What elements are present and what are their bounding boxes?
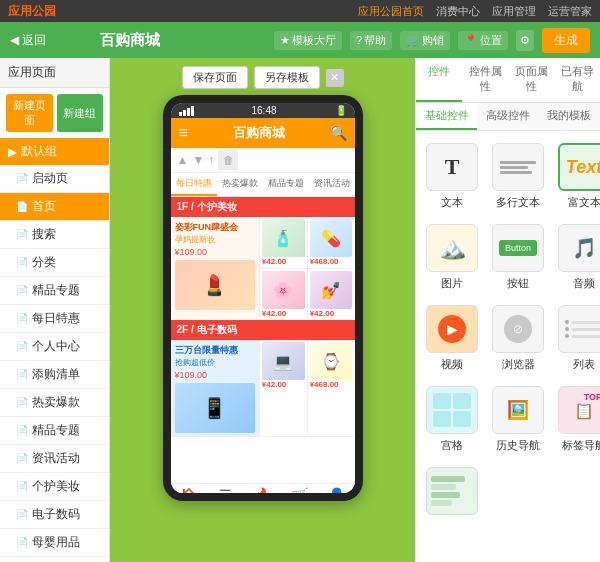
widget-audio[interactable]: 🎵 音频: [554, 220, 600, 295]
widget-grid-widget[interactable]: 宫格: [422, 382, 482, 457]
tab-nav[interactable]: 已有导航: [554, 58, 600, 102]
sidebar-item-baby[interactable]: 📄 母婴用品: [0, 529, 109, 557]
bottom-nav-profile[interactable]: 👤 我的: [318, 487, 355, 493]
sidebar-item-search[interactable]: 📄 搜索: [0, 221, 109, 249]
widget-multitext[interactable]: 多行文本: [488, 139, 548, 214]
nav-link-home[interactable]: 应用公园首页: [358, 4, 424, 19]
product-item[interactable]: 🧴 ¥42.00: [259, 217, 307, 269]
tab-news[interactable]: 资讯活动: [309, 173, 355, 196]
template-hall-btn[interactable]: ★ 模板大厅: [274, 31, 342, 50]
nav-link-consumer[interactable]: 消费中心: [436, 4, 480, 19]
widget-list[interactable]: 列表: [554, 301, 600, 376]
sidebar-item-cart[interactable]: 📄 添购清单: [0, 361, 109, 389]
section2-products: 💻 ¥42.00 ⌚ ¥468.00: [259, 340, 355, 437]
widget-browser[interactable]: ⊘ 浏览器: [488, 301, 548, 376]
sidebar-item-label: 添购清单: [32, 366, 80, 383]
save-page-button[interactable]: 保存页面: [182, 66, 248, 89]
tab-widgets[interactable]: 控件: [416, 58, 462, 102]
widget-image[interactable]: 🏔️ 图片: [422, 220, 482, 295]
generate-button[interactable]: 生成: [542, 28, 590, 53]
product-item[interactable]: ⌚ ¥468.00: [307, 340, 355, 437]
sidebar-item-label: 精品专题: [32, 422, 80, 439]
save-template-button[interactable]: 另存模板: [254, 66, 320, 89]
menu-icon: ≡: [179, 124, 188, 142]
top-icon[interactable]: ↑: [208, 153, 214, 167]
sidebar-item-news[interactable]: 📄 资讯活动: [0, 445, 109, 473]
widget-album[interactable]: 🖼️ 历史导航: [488, 382, 548, 457]
main-layout: 应用页面 新建页面 新建组 ▶ 默认组 📄 启动页 📄 首页 📄 搜索 📄 分类…: [0, 58, 600, 562]
top-nav-left: 应用公园: [8, 3, 56, 20]
sidebar-item-category[interactable]: 📄 分类: [0, 249, 109, 277]
bottom-nav-discover[interactable]: 🔥 发现: [244, 487, 281, 493]
phone-category-bar: 每日特惠 热卖爆款 精品专题 资讯活动: [171, 173, 355, 197]
widget-button[interactable]: Button 按钮: [488, 220, 548, 295]
product-item[interactable]: 💻 ¥42.00: [259, 340, 307, 437]
settings-btn[interactable]: ⚙: [516, 30, 534, 51]
close-button[interactable]: ✕: [326, 69, 344, 87]
right-panel: 控件 控件属性 页面属性 已有导航 基础控件 高级控件 我的模板 T 文本: [415, 58, 600, 562]
widget-video[interactable]: ▶ 视频: [422, 301, 482, 376]
center-area: 保存页面 另存模板 ✕ 16:48 🔋: [110, 58, 415, 562]
product-item[interactable]: 💅 ¥42.00: [307, 269, 355, 320]
grid-widget-icon: [426, 386, 478, 434]
sidebar-item-home[interactable]: 📄 首页: [0, 193, 109, 221]
widget-album-label: 历史导航: [496, 438, 540, 453]
widget-tagnav[interactable]: [422, 463, 482, 523]
section2-promo: 三万台限量特惠 抢购超低价 ¥109.00 📱: [171, 340, 259, 437]
right-panel-tabs: 控件 控件属性 页面属性 已有导航: [416, 58, 600, 103]
richtext-widget-icon: Text: [558, 143, 600, 191]
bottom-nav-category[interactable]: ☰ 分类: [207, 487, 244, 493]
nav-link-app-manage[interactable]: 应用管理: [492, 4, 536, 19]
product-item[interactable]: 🌸 ¥42.00: [259, 269, 307, 320]
location-btn[interactable]: 📍 位置: [458, 31, 508, 50]
tab-page-props[interactable]: 页面属性: [508, 58, 554, 102]
section2-content: 三万台限量特惠 抢购超低价 ¥109.00 📱 💻 ¥42.00: [171, 340, 355, 437]
delete-icon[interactable]: 🗑: [218, 150, 238, 170]
sidebar-item-daily[interactable]: 📄 每日特惠: [0, 305, 109, 333]
sidebar-item-label: 母婴用品: [32, 534, 80, 551]
sidebar-item-featured[interactable]: 📄 精品专题: [0, 277, 109, 305]
tab-hot[interactable]: 热卖爆款: [217, 173, 263, 196]
top-nav-right: 应用公园首页 消费中心 应用管理 运营管家: [358, 4, 592, 19]
tab-daily[interactable]: 每日特惠: [171, 173, 217, 196]
bottom-nav-cart[interactable]: 🛒 购物车: [281, 487, 318, 493]
bottom-nav-home[interactable]: 🏠 首页: [171, 487, 208, 493]
new-page-button[interactable]: 新建页面: [6, 94, 53, 132]
subtab-my-template[interactable]: 我的模板: [539, 103, 600, 130]
subtab-advanced[interactable]: 高级控件: [477, 103, 538, 130]
tab-widget-props[interactable]: 控件属性: [462, 58, 508, 102]
product-item[interactable]: 💊 ¥468.00: [307, 217, 355, 269]
phone-status-bar: 16:48 🔋: [171, 103, 355, 118]
page-icon: 📄: [16, 173, 28, 184]
sidebar-item-electronics[interactable]: 📄 电子数码: [0, 501, 109, 529]
browser-widget-icon: ⊘: [492, 305, 544, 353]
tab-featured[interactable]: 精品专题: [263, 173, 309, 196]
widget-audio-label: 音频: [573, 276, 595, 291]
nav-link-ops[interactable]: 运营管家: [548, 4, 592, 19]
new-group-button[interactable]: 新建组: [57, 94, 104, 132]
section1-promo: 姿彩FUN肆盛会 孕妈提新妆 ¥109.00 💄: [171, 217, 259, 320]
logo: 应用公园: [8, 3, 56, 20]
star-icon: ★: [280, 34, 290, 47]
sidebar-item-featured2[interactable]: 📄 精品专题: [0, 417, 109, 445]
sidebar-item-label: 热卖爆款: [32, 394, 80, 411]
down-icon[interactable]: ▼: [192, 153, 204, 167]
video-widget-icon: ▶: [426, 305, 478, 353]
widget-text[interactable]: T 文本: [422, 139, 482, 214]
nav-actions: ★ 模板大厅 ? 帮助 🛒 购销 📍 位置 ⚙ 生成: [274, 28, 590, 53]
help-btn[interactable]: ? 帮助: [350, 31, 392, 50]
widget-history[interactable]: 📋 TOP 标签导航: [554, 382, 600, 457]
sidebar-group-default[interactable]: ▶ 默认组: [0, 138, 109, 165]
sidebar-item-beauty[interactable]: 📄 个护美妆: [0, 473, 109, 501]
widget-richtext[interactable]: Text 富文本: [554, 139, 600, 214]
phone-time: 16:48: [251, 105, 276, 116]
sidebar-item-personal[interactable]: 📄 个人中心: [0, 333, 109, 361]
folder-icon: ▶: [8, 145, 17, 159]
purchase-btn[interactable]: 🛒 购销: [400, 31, 450, 50]
sidebar-item-phone[interactable]: 📄 手机: [0, 557, 109, 562]
sidebar-item-hot[interactable]: 📄 热卖爆款: [0, 389, 109, 417]
location-icon: 📍: [464, 34, 478, 47]
subtab-basic[interactable]: 基础控件: [416, 103, 477, 130]
up-icon[interactable]: ▲: [177, 153, 189, 167]
sidebar-item-launch[interactable]: 📄 启动页: [0, 165, 109, 193]
